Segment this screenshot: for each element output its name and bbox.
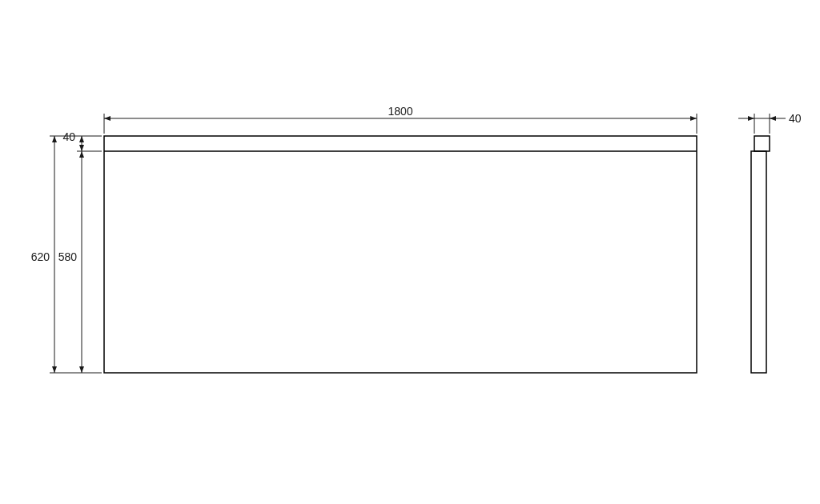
dimension-total-height-label: 620: [31, 250, 50, 263]
dimension-side-depth: 40: [738, 112, 802, 134]
dimension-top-thickness: 40: [62, 130, 102, 151]
dimension-width-label: 1800: [388, 105, 412, 118]
technical-drawing: 1800 40 580 620: [0, 0, 820, 504]
svg-rect-4: [104, 136, 697, 373]
dimension-width: 1800: [104, 105, 697, 134]
dimension-body-height-label: 580: [58, 250, 78, 263]
svg-rect-17: [751, 151, 766, 373]
dimension-top-thickness-label: 40: [62, 130, 75, 143]
dimension-side-depth-label: 40: [789, 112, 802, 125]
dimension-body-height: 580: [58, 151, 102, 373]
svg-rect-18: [754, 136, 770, 151]
front-elevation: [104, 136, 697, 373]
side-elevation: [751, 136, 770, 373]
